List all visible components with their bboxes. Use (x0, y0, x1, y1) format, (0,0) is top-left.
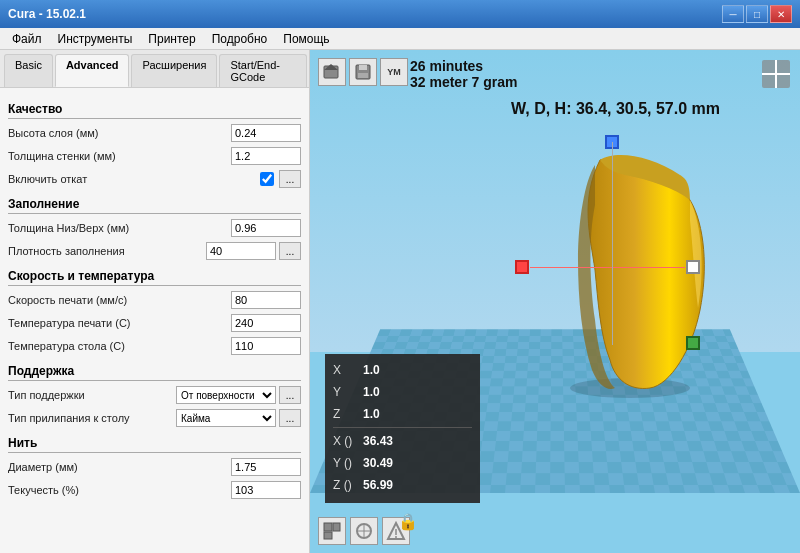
scale-handle-left[interactable] (515, 260, 529, 274)
svg-point-17 (395, 536, 397, 538)
app-title: Cura - 15.02.1 (8, 7, 86, 21)
transform-xmm-value: 36.43 (363, 434, 472, 448)
speed-header: Скорость и температура (8, 269, 301, 286)
corner-svg (760, 58, 792, 90)
print-temp-label: Температура печати (С) (8, 317, 231, 329)
close-button[interactable]: ✕ (770, 5, 792, 23)
layer-height-row: Высота слоя (мм) (8, 123, 301, 143)
flow-row: Текучесть (%) (8, 480, 301, 500)
transform-xmm-row: X () 36.43 (333, 431, 472, 451)
transform-ymm-row: Y () 30.49 (333, 453, 472, 473)
transform-zmm-value: 56.99 (363, 478, 472, 492)
viewport-corner-icon[interactable] (760, 58, 792, 90)
print-speed-label: Скорость печати (мм/с) (8, 294, 231, 306)
menu-file[interactable]: Файл (4, 30, 50, 48)
viewport[interactable]: YM 26 minutes 32 meter 7 gram W, D, H: 3… (310, 50, 800, 553)
left-panel: Basic Advanced Расширения Start/End-GCod… (0, 50, 310, 553)
support-type-label: Тип поддержки (8, 389, 176, 401)
minimize-button[interactable]: ─ (722, 5, 744, 23)
print-temp-input[interactable] (231, 314, 301, 332)
adhesion-label: Тип прилипания к столу (8, 412, 176, 424)
adhesion-container: Кайма Плот Нет ... (176, 409, 301, 427)
maximize-button[interactable]: □ (746, 5, 768, 23)
svg-rect-9 (324, 523, 332, 531)
3d-object-container (520, 130, 720, 410)
transform-divider (333, 427, 472, 428)
diameter-row: Диаметр (мм) (8, 457, 301, 477)
tab-advanced[interactable]: Advanced (55, 54, 130, 87)
fill-density-row: Плотность заполнения ... (8, 241, 301, 261)
view-button-2[interactable] (350, 517, 378, 545)
bed-temp-input[interactable] (231, 337, 301, 355)
tab-basic[interactable]: Basic (4, 54, 53, 87)
menu-bar: Файл Инструменты Принтер Подробно Помощь (0, 28, 800, 50)
menu-detail[interactable]: Подробно (204, 30, 276, 48)
transform-z-value: 1.0 (363, 407, 472, 421)
print-speed-input[interactable] (231, 291, 301, 309)
transform-zmm-label: Z () (333, 478, 363, 492)
settings-panel: Качество Высота слоя (мм) Толщина стенки… (0, 88, 309, 553)
transform-y-label: Y (333, 385, 363, 399)
support-type-row: Тип поддержки От поверхности Везде Нет .… (8, 385, 301, 405)
save-button[interactable] (349, 58, 377, 86)
adhesion-dots-button[interactable]: ... (279, 409, 301, 427)
view1-icon (322, 521, 342, 541)
svg-rect-4 (358, 73, 368, 78)
fill-density-label: Плотность заполнения (8, 245, 206, 257)
quality-header: Качество (8, 102, 301, 119)
support-dots-button[interactable]: ... (279, 386, 301, 404)
retraction-dots-button[interactable]: ... (279, 170, 301, 188)
dimension-label: W, D, H: 36.4, 30.5, 57.0 mm (511, 100, 720, 118)
print-temp-row: Температура печати (С) (8, 313, 301, 333)
flow-label: Текучесть (%) (8, 484, 231, 496)
transform-line-h (530, 267, 685, 268)
support-type-select[interactable]: От поверхности Везде Нет (176, 386, 276, 404)
title-bar: Cura - 15.02.1 ─ □ ✕ (0, 0, 800, 28)
print-speed-row: Скорость печати (мм/с) (8, 290, 301, 310)
transform-x-value: 1.0 (363, 363, 472, 377)
transform-y-value: 1.0 (363, 385, 472, 399)
save-icon (353, 62, 373, 82)
diameter-input[interactable] (231, 458, 301, 476)
view-button-1[interactable] (318, 517, 346, 545)
view2-icon (354, 521, 374, 541)
top-bottom-input[interactable] (231, 219, 301, 237)
fill-dots-button[interactable]: ... (279, 242, 301, 260)
lock-icon[interactable]: 🔒 (398, 512, 418, 531)
menu-help[interactable]: Помощь (275, 30, 337, 48)
retraction-label: Включить откат (8, 173, 260, 185)
retraction-row: Включить откат ... (8, 169, 301, 189)
transform-y-row: Y 1.0 (333, 382, 472, 402)
tab-bar: Basic Advanced Расширения Start/End-GCod… (0, 50, 309, 88)
diameter-label: Диаметр (мм) (8, 461, 231, 473)
top-bottom-thickness-row: Толщина Низ/Верх (мм) (8, 218, 301, 238)
retraction-checkbox[interactable] (260, 172, 274, 186)
transform-x-row: X 1.0 (333, 360, 472, 380)
transform-line-v (612, 142, 613, 345)
svg-rect-10 (333, 523, 340, 531)
svg-rect-11 (324, 532, 332, 539)
transform-ymm-value: 30.49 (363, 456, 472, 470)
transform-zmm-row: Z () 56.99 (333, 475, 472, 495)
top-bottom-label: Толщина Низ/Верх (мм) (8, 222, 231, 234)
scale-handle-right[interactable] (686, 336, 700, 350)
viewport-toolbar: YM (318, 58, 408, 86)
tab-startend[interactable]: Start/End-GCode (219, 54, 307, 87)
support-header: Поддержка (8, 364, 301, 381)
transform-panel: X 1.0 Y 1.0 Z 1.0 X () 36.43 Y () 30.49 … (325, 354, 480, 503)
scale-handle-center[interactable] (686, 260, 700, 274)
layer-height-input[interactable] (231, 124, 301, 142)
adhesion-select[interactable]: Кайма Плот Нет (176, 409, 276, 427)
viewport-info: 26 minutes 32 meter 7 gram (410, 58, 517, 90)
units-button[interactable]: YM (380, 58, 408, 86)
tab-extensions[interactable]: Расширения (131, 54, 217, 87)
menu-tools[interactable]: Инструменты (50, 30, 141, 48)
wall-thickness-label: Толщина стенки (мм) (8, 150, 231, 162)
fill-density-input[interactable] (206, 242, 276, 260)
menu-printer[interactable]: Принтер (140, 30, 203, 48)
main-container: Basic Advanced Расширения Start/End-GCod… (0, 50, 800, 553)
wall-thickness-input[interactable] (231, 147, 301, 165)
flow-input[interactable] (231, 481, 301, 499)
load-model-button[interactable] (318, 58, 346, 86)
filament-header: Нить (8, 436, 301, 453)
